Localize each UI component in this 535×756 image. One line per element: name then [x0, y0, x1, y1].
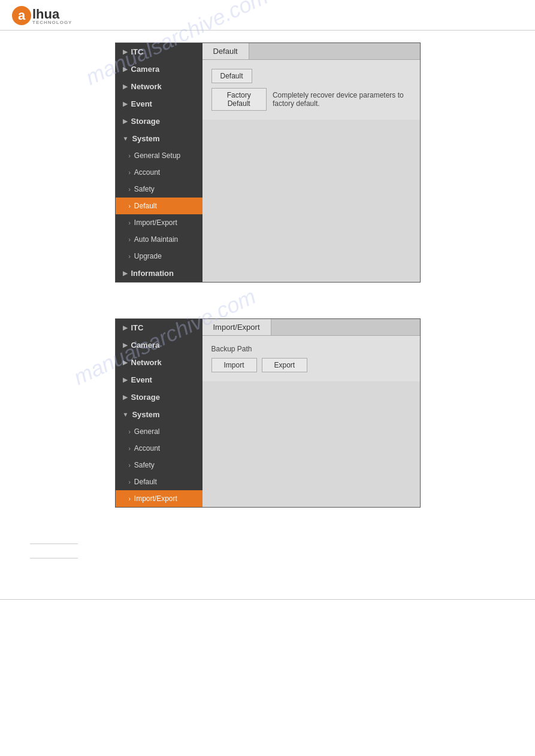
arrow-icon: ›	[129, 462, 131, 469]
sidebar1-upgrade[interactable]: › Upgrade	[116, 248, 202, 265]
panel1-content: Default Default Factory Default Complete…	[202, 43, 420, 282]
arrow-icon: ›	[129, 253, 131, 260]
panel2-body: ▶ ITC ▶ Camera ▶ Network ▶ Event	[116, 319, 420, 507]
arrow-icon: ▼	[123, 135, 129, 142]
gap3	[30, 549, 505, 558]
arrow-icon: ▼	[123, 411, 129, 418]
divider2	[30, 558, 78, 558]
arrow-icon: ▶	[123, 270, 128, 277]
factory-row: Factory Default Completely recover devic…	[211, 88, 411, 111]
sidebar1-itc[interactable]: ▶ ITC	[116, 43, 202, 60]
sidebar2-account[interactable]: › Account	[116, 440, 202, 457]
gap1	[30, 300, 505, 318]
sidebar2-itc[interactable]: ▶ ITC	[116, 319, 202, 336]
arrow-icon: ›	[129, 186, 131, 193]
sidebar1-storage[interactable]: ▶ Storage	[116, 113, 202, 130]
arrow-icon: ›	[129, 429, 131, 435]
factory-default-button[interactable]: Factory Default	[211, 88, 267, 111]
arrow-icon: ▶	[123, 342, 128, 348]
sidebar1-auto-maintain[interactable]: › Auto Maintain	[116, 231, 202, 248]
arrow-icon: ›	[129, 153, 131, 159]
arrow-icon: ›	[129, 479, 131, 485]
sidebar2-safety[interactable]: › Safety	[116, 457, 202, 473]
sidebar2-camera[interactable]: ▶ Camera	[116, 336, 202, 354]
page-content: ▶ ITC ▶ Camera ▶ Network ▶ Event	[0, 31, 535, 575]
logo: a lhua TECHNOLOGY	[12, 6, 72, 25]
divider1	[30, 544, 78, 544]
sidebar1-default[interactable]: › Default	[116, 198, 202, 214]
import-button[interactable]: Import	[211, 358, 257, 372]
header: a lhua TECHNOLOGY	[0, 0, 535, 31]
sidebar1-camera[interactable]: ▶ Camera	[116, 60, 202, 78]
sidebar2-storage[interactable]: ▶ Storage	[116, 388, 202, 406]
sidebar2-event[interactable]: ▶ Event	[116, 371, 202, 388]
logo-name: lhua TECHNOLOGY	[32, 7, 72, 25]
panel2: ▶ ITC ▶ Camera ▶ Network ▶ Event	[115, 318, 421, 508]
panel1-body: ▶ ITC ▶ Camera ▶ Network ▶ Event	[116, 43, 420, 282]
arrow-icon: ▶	[123, 66, 128, 72]
sidebar2-system[interactable]: ▼ System	[116, 406, 202, 423]
panel2-sidebar: ▶ ITC ▶ Camera ▶ Network ▶ Event	[116, 319, 202, 507]
arrow-icon: ›	[129, 496, 131, 502]
backup-path-label: Backup Path	[211, 345, 411, 353]
arrow-icon: ▶	[123, 83, 128, 90]
default-button[interactable]: Default	[211, 69, 252, 83]
sidebar1-safety[interactable]: › Safety	[116, 181, 202, 198]
panel1-tab-default[interactable]: Default	[202, 43, 249, 59]
panel2-tab-import-export[interactable]: Import/Export	[202, 319, 271, 335]
sidebar2-default[interactable]: › Default	[116, 473, 202, 490]
panel1-wrapper: ▶ ITC ▶ Camera ▶ Network ▶ Event	[30, 42, 505, 283]
arrow-icon: ▶	[123, 377, 128, 383]
sidebar1-information[interactable]: ▶ Information	[116, 265, 202, 282]
sidebar1-system[interactable]: ▼ System	[116, 130, 202, 147]
sidebar1-import-export[interactable]: › Import/Export	[116, 214, 202, 231]
export-button[interactable]: Export	[262, 358, 308, 372]
sidebar2-network[interactable]: ▶ Network	[116, 354, 202, 371]
panel1-sidebar: ▶ ITC ▶ Camera ▶ Network ▶ Event	[116, 43, 202, 282]
logo-icon: a	[12, 6, 31, 25]
panel2-content: Import/Export Backup Path Import Export	[202, 319, 420, 507]
arrow-icon: ▶	[123, 48, 128, 55]
arrow-icon: ▶	[123, 324, 128, 331]
panel2-tab-bar: Import/Export	[202, 319, 420, 336]
arrow-icon: ▶	[123, 359, 128, 366]
arrow-icon: ▶	[123, 118, 128, 125]
panel2-wrapper: ▶ ITC ▶ Camera ▶ Network ▶ Event	[30, 318, 505, 508]
gap2	[30, 526, 505, 544]
panel1-tab-bar: Default	[202, 43, 420, 60]
arrow-icon: ›	[129, 203, 131, 210]
sidebar1-general-setup[interactable]: › General Setup	[116, 147, 202, 164]
panel1: ▶ ITC ▶ Camera ▶ Network ▶ Event	[115, 42, 421, 283]
panel1-content-body: Default Factory Default Completely recov…	[202, 60, 420, 120]
arrow-icon: ›	[129, 169, 131, 176]
sidebar1-account[interactable]: › Account	[116, 164, 202, 181]
arrow-icon: ▶	[123, 394, 128, 400]
import-export-buttons: Import Export	[211, 358, 411, 372]
factory-description: Completely recover device parameters to …	[273, 91, 411, 108]
arrow-icon: ▶	[123, 101, 128, 107]
sidebar1-event[interactable]: ▶ Event	[116, 95, 202, 113]
arrow-icon: ›	[129, 445, 131, 452]
arrow-icon: ›	[129, 236, 131, 243]
footer-line	[0, 599, 535, 600]
sidebar2-import-export[interactable]: › Import/Export	[116, 490, 202, 507]
sidebar1-network[interactable]: ▶ Network	[116, 78, 202, 95]
panel2-content-body: Backup Path Import Export	[202, 336, 420, 381]
sidebar2-general[interactable]: › General	[116, 423, 202, 440]
arrow-icon: ›	[129, 220, 131, 226]
